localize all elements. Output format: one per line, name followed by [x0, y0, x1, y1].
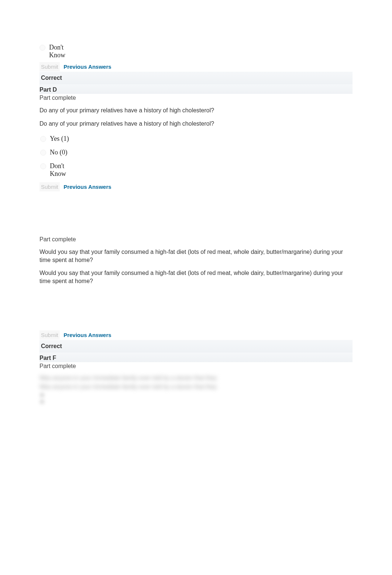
part-e-question: Would you say that your family consumed …: [39, 248, 353, 264]
part-f-blurred-text-repeat: Was anyone in your immediate family ever…: [39, 384, 353, 390]
part-f-blurred-text: Was anyone in your immediate family ever…: [39, 375, 353, 381]
radio-icon: [40, 150, 46, 156]
radio-option-dont-know[interactable]: Don't Know: [39, 162, 353, 178]
document-body: Don't Know Submit Previous Answers Corre…: [0, 0, 392, 480]
blurred-radio-icon: [39, 392, 45, 398]
part-e-status: Part complete: [39, 236, 353, 243]
submit-button[interactable]: Submit: [39, 182, 60, 191]
previous-answers-link[interactable]: Previous Answers: [63, 184, 111, 190]
radio-label: No (0): [50, 149, 68, 156]
radio-icon: [40, 163, 46, 169]
blurred-radio-icon: [39, 399, 45, 404]
radio-label: Don't Know: [50, 162, 68, 178]
part-d-question: Do any of your primary relatives have a …: [39, 106, 353, 115]
part-f-status: Part complete: [39, 363, 353, 370]
part-d-status: Part complete: [39, 95, 353, 101]
part-f-header: Part F: [39, 353, 353, 362]
radio-icon: [40, 136, 46, 142]
part-d-question-repeat: Do any of your primary relatives have a …: [39, 120, 353, 128]
submit-button[interactable]: Submit: [39, 330, 60, 340]
correct-status: Correct: [39, 340, 353, 353]
button-row: Submit Previous Answers: [39, 184, 353, 190]
radio-label: Yes (1): [50, 135, 69, 143]
previous-answers-link[interactable]: Previous Answers: [63, 332, 111, 338]
correct-status: Correct: [39, 72, 353, 84]
part-d-header: Part D: [39, 84, 353, 94]
radio-option-no[interactable]: No (0): [39, 149, 353, 156]
previous-answers-link[interactable]: Previous Answers: [63, 64, 111, 70]
radio-option-dont-know-top[interactable]: Don't Know: [39, 44, 353, 59]
radio-label: Don't Know: [49, 44, 68, 59]
button-row: Submit Previous Answers: [39, 332, 353, 338]
button-row: Submit Previous Answers: [39, 64, 353, 70]
submit-button[interactable]: Submit: [39, 62, 60, 71]
radio-option-yes[interactable]: Yes (1): [39, 135, 353, 143]
part-e-question-repeat: Would you say that your family consumed …: [39, 269, 353, 285]
part-d-options: Yes (1) No (0) Don't Know: [39, 135, 353, 178]
radio-icon: [39, 45, 45, 51]
